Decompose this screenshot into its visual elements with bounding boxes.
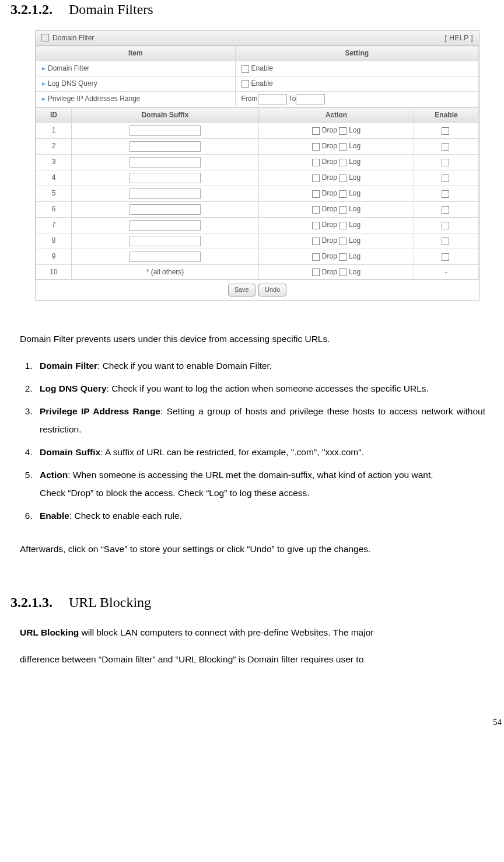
rule-suffix-cell — [72, 138, 259, 154]
list-item: Action: When someone is accessing the UR… — [35, 466, 485, 502]
rule-suffix-cell — [72, 186, 259, 201]
rule-enable-cell: - — [414, 264, 479, 280]
enable-rule-checkbox[interactable] — [442, 190, 449, 198]
rule-id: 2 — [36, 138, 72, 154]
rule-id: 3 — [36, 154, 72, 170]
col-id-header: ID — [36, 107, 72, 123]
log-checkbox[interactable] — [339, 253, 346, 261]
row-priv-ip: ▸Privilege IP Addresses Range — [36, 91, 236, 107]
panel-header: Domain Filter [ HELP ] — [36, 31, 479, 46]
enable-rule-checkbox[interactable] — [442, 127, 449, 135]
enable-rule-checkbox[interactable] — [442, 206, 449, 214]
section-title: Domain Filters — [69, 2, 153, 17]
setting-log-dns-enable: Enable — [235, 76, 478, 91]
url-blocking-p1: URL Blocking will block LAN computers to… — [20, 623, 485, 641]
rule-action-cell: Drop Log — [259, 123, 414, 138]
rule-action-cell: Drop Log — [259, 249, 414, 264]
rule-action-cell: Drop Log — [259, 233, 414, 249]
domain-suffix-input[interactable] — [130, 189, 201, 199]
log-checkbox[interactable] — [339, 206, 346, 214]
rule-suffix-cell — [72, 233, 259, 249]
chevron-right-icon: ▸ — [42, 64, 46, 72]
rule-action-cell: Drop Log — [259, 170, 414, 186]
col-setting-header: Setting — [235, 46, 478, 61]
intro-paragraph: Domain Filter prevents users under this … — [20, 330, 485, 348]
rule-enable-cell — [414, 233, 479, 249]
log-checkbox[interactable] — [339, 127, 346, 135]
drop-checkbox[interactable] — [312, 253, 320, 261]
drop-checkbox[interactable] — [312, 159, 320, 166]
drop-checkbox[interactable] — [312, 143, 320, 151]
list-item: Enable: Check to enable each rule. — [35, 507, 485, 525]
drop-checkbox[interactable] — [312, 190, 320, 198]
rule-action-cell: Drop Log — [259, 154, 414, 170]
rule-id: 7 — [36, 217, 72, 233]
rule-enable-cell — [414, 138, 479, 154]
panel-title: Domain Filter — [52, 33, 94, 43]
rule-action-cell: Drop Log — [259, 201, 414, 217]
save-button[interactable]: Save — [228, 284, 256, 296]
domain-suffix-input[interactable] — [130, 236, 201, 246]
rule-id: 6 — [36, 201, 72, 217]
col-enable-header: Enable — [414, 107, 479, 123]
enable-rule-checkbox[interactable] — [442, 143, 449, 151]
log-checkbox[interactable] — [339, 190, 346, 198]
domain-suffix-input[interactable] — [130, 220, 201, 231]
rule-enable-cell — [414, 154, 479, 170]
list-item: Privilege IP Address Range: Setting a gr… — [35, 402, 485, 438]
priv-ip-from-input[interactable] — [258, 94, 287, 104]
enable-rule-checkbox[interactable] — [442, 238, 449, 245]
drop-checkbox[interactable] — [312, 206, 320, 214]
setting-domain-filter-enable: Enable — [235, 61, 478, 76]
drop-checkbox[interactable] — [312, 238, 320, 245]
setting-priv-ip: From To — [235, 91, 478, 107]
domain-suffix-input[interactable] — [130, 252, 201, 262]
enable-rule-checkbox[interactable] — [442, 253, 449, 261]
domain-suffix-input[interactable] — [130, 157, 201, 167]
chevron-right-icon: ▸ — [42, 79, 46, 88]
log-checkbox[interactable] — [339, 268, 346, 276]
rule-id: 1 — [36, 123, 72, 138]
log-dns-checkbox[interactable] — [242, 80, 249, 88]
rule-enable-cell — [414, 170, 479, 186]
rule-id: 8 — [36, 233, 72, 249]
log-checkbox[interactable] — [339, 159, 346, 166]
drop-checkbox[interactable] — [312, 175, 320, 182]
button-bar: Save Undo — [36, 280, 479, 299]
rule-action-cell: Drop Log — [259, 186, 414, 201]
rule-suffix-cell — [72, 154, 259, 170]
row-domain-filter: ▸Domain Filter — [36, 61, 236, 76]
log-checkbox[interactable] — [339, 175, 346, 182]
log-checkbox[interactable] — [339, 238, 346, 245]
domain-suffix-input[interactable] — [130, 173, 201, 183]
enable-rule-checkbox[interactable] — [442, 222, 449, 229]
list-item: Log DNS Query: Check if you want to log … — [35, 379, 485, 397]
rule-id: 10 — [36, 264, 72, 280]
enable-rule-checkbox[interactable] — [442, 159, 449, 166]
domain-filter-checkbox[interactable] — [242, 65, 249, 73]
drop-checkbox[interactable] — [312, 222, 320, 229]
rule-suffix-cell — [72, 170, 259, 186]
rule-suffix-cell — [72, 201, 259, 217]
drop-checkbox[interactable] — [312, 268, 320, 276]
rule-action-cell: Drop Log — [259, 138, 414, 154]
log-checkbox[interactable] — [339, 222, 346, 229]
undo-button[interactable]: Undo — [258, 284, 286, 296]
domain-suffix-input[interactable] — [130, 141, 201, 152]
help-link[interactable]: [ HELP ] — [445, 33, 473, 43]
drop-checkbox[interactable] — [312, 127, 320, 135]
rule-enable-cell — [414, 123, 479, 138]
priv-ip-to-input[interactable] — [296, 94, 325, 104]
col-suffix-header: Domain Suffix — [72, 107, 259, 123]
list-item: Domain Filter: Check if you want to enab… — [35, 357, 485, 375]
log-checkbox[interactable] — [339, 143, 346, 151]
enable-rule-checkbox[interactable] — [442, 175, 449, 182]
rule-suffix-cell — [72, 123, 259, 138]
rule-enable-cell — [414, 249, 479, 264]
section-number: 3.2.1.3. — [10, 595, 52, 610]
domain-suffix-input[interactable] — [130, 125, 201, 136]
rule-enable-cell — [414, 186, 479, 201]
rule-id: 5 — [36, 186, 72, 201]
domain-suffix-input[interactable] — [130, 204, 201, 215]
section-title: URL Blocking — [69, 595, 151, 610]
